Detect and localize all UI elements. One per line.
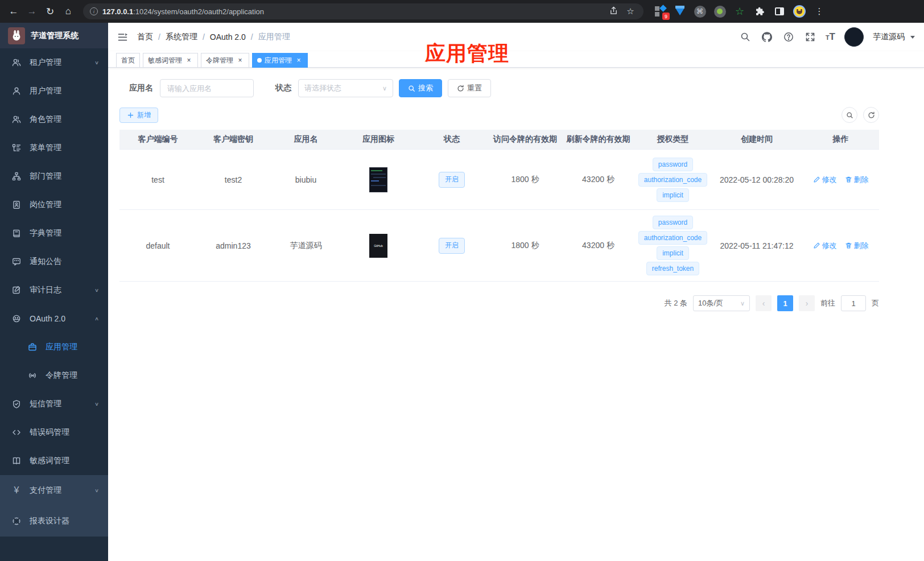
fullscreen-icon[interactable] xyxy=(804,31,816,43)
top-navbar: 首页 / 系统管理 / OAuth 2.0 / 应用管理 xyxy=(108,23,924,51)
status-select[interactable]: 请选择状态 ∨ xyxy=(298,79,393,97)
extension-grid-icon[interactable]: 9 xyxy=(654,5,666,18)
sidebar-item-application[interactable]: 应用管理 xyxy=(0,333,108,361)
status-label: 状态 xyxy=(275,83,291,93)
close-icon[interactable]: × xyxy=(236,56,244,64)
sidebar-item-menu[interactable]: 菜单管理 xyxy=(0,134,108,162)
breadcrumb-home[interactable]: 首页 xyxy=(137,32,153,42)
sidebar-item-token[interactable]: 令牌管理 xyxy=(0,361,108,390)
delete-button[interactable]: 删除 xyxy=(845,241,869,251)
sidebar-item-audit[interactable]: 审计日志 ∨ xyxy=(0,276,108,304)
active-dot-icon xyxy=(257,58,262,63)
goto-page-input[interactable] xyxy=(841,295,866,311)
sidebar-item-errorcode[interactable]: 错误码管理 xyxy=(0,418,108,447)
tab-application[interactable]: 应用管理× xyxy=(252,53,308,68)
username[interactable]: 芋道源码 xyxy=(873,32,905,42)
browser-forward-button[interactable]: → xyxy=(24,3,40,19)
shield-check-icon xyxy=(11,399,22,409)
user-avatar[interactable] xyxy=(844,27,864,47)
sidebar-item-post[interactable]: 岗位管理 xyxy=(0,191,108,219)
app-icon-thumbnail[interactable] xyxy=(369,167,387,192)
browser-reload-button[interactable]: ↻ xyxy=(42,3,58,19)
sidebar-item-sms[interactable]: 短信管理 ∨ xyxy=(0,390,108,418)
grant-tag: refresh_token xyxy=(646,262,699,275)
header-search-icon[interactable] xyxy=(739,31,752,43)
edit-button[interactable]: 修改 xyxy=(813,175,837,185)
sidebar-item-sensitive[interactable]: 敏感词管理 xyxy=(0,447,108,475)
goto-label: 前往 xyxy=(820,298,835,308)
tab-token[interactable]: 令牌管理× xyxy=(201,53,249,68)
menu-tree-icon xyxy=(11,143,22,152)
share-icon[interactable] xyxy=(607,6,620,16)
address-bar[interactable]: i 127.0.0.1:1024/system/oauth2/oauth2/ap… xyxy=(83,3,644,19)
add-button[interactable]: 新增 xyxy=(119,108,158,123)
sidebar-item-report[interactable]: 报表设计器 xyxy=(0,506,108,537)
tab-sensitive[interactable]: 敏感词管理× xyxy=(143,53,198,68)
tags-view-bar: 首页 敏感词管理× 令牌管理× 应用管理× xyxy=(108,51,924,68)
total-count: 共 2 条 xyxy=(665,298,687,308)
app-name-label: 应用名 xyxy=(129,83,153,93)
app-icon-thumbnail[interactable]: GitHub xyxy=(369,234,387,258)
user-icon xyxy=(11,86,22,96)
open-book-icon xyxy=(11,456,22,465)
breadcrumb-system[interactable]: 系统管理 xyxy=(166,32,197,42)
reset-button[interactable]: 重置 xyxy=(448,79,491,97)
chevron-down-icon: ∨ xyxy=(94,401,99,407)
sidebar-item-tenant[interactable]: 租户管理 ∨ xyxy=(0,48,108,77)
font-size-icon[interactable]: TT xyxy=(826,31,835,43)
refresh-table-icon[interactable] xyxy=(863,107,879,123)
user-menu-caret-icon[interactable] xyxy=(910,36,915,39)
sidebar-collapse-icon[interactable] xyxy=(117,32,128,43)
extension-star-icon[interactable]: ☆ xyxy=(733,5,746,18)
sidebar-logo[interactable]: 芋道管理系统 xyxy=(0,23,108,48)
sidebar-item-pay[interactable]: ¥ 支付管理 ∨ xyxy=(0,475,108,506)
help-icon[interactable] xyxy=(782,31,795,43)
extensions-puzzle-icon[interactable] xyxy=(753,5,766,18)
show-search-toggle-icon[interactable] xyxy=(842,107,857,123)
page-number-button[interactable]: 1 xyxy=(777,295,793,311)
sidebar-item-dict[interactable]: 字典管理 xyxy=(0,219,108,248)
sidebar-item-role[interactable]: 角色管理 xyxy=(0,105,108,134)
app-name-input[interactable] xyxy=(160,79,254,97)
close-icon[interactable]: × xyxy=(185,56,193,64)
breadcrumb-oauth[interactable]: OAuth 2.0 xyxy=(210,32,246,42)
bookmark-star-icon[interactable]: ☆ xyxy=(624,6,637,16)
tab-home[interactable]: 首页 xyxy=(116,53,140,68)
browser-back-button[interactable]: ← xyxy=(6,3,22,19)
grant-tag: authorization_code xyxy=(638,231,707,245)
breadcrumb: 首页 / 系统管理 / OAuth 2.0 / 应用管理 xyxy=(137,32,290,42)
status-badge[interactable]: 开启 xyxy=(439,172,465,188)
tenant-users-icon xyxy=(11,58,22,67)
grant-tag: authorization_code xyxy=(638,173,707,187)
id-badge-icon xyxy=(11,200,22,209)
browser-toolbar: ← → ↻ ⌂ i 127.0.0.1:1024/system/oauth2/o… xyxy=(0,0,924,23)
briefcase-icon xyxy=(27,343,38,352)
delete-button[interactable]: 删除 xyxy=(845,175,869,185)
sidebar-item-user[interactable]: 用户管理 xyxy=(0,77,108,105)
next-page-button[interactable]: › xyxy=(799,295,815,311)
search-button[interactable]: 搜索 xyxy=(399,79,442,97)
search-form: 应用名 状态 请选择状态 ∨ 搜索 重置 xyxy=(119,79,879,97)
browser-home-button[interactable]: ⌂ xyxy=(60,3,76,19)
sidebar-item-notice[interactable]: 通知公告 xyxy=(0,248,108,276)
extension-command-icon[interactable]: ⌘ xyxy=(694,5,706,18)
status-badge[interactable]: 开启 xyxy=(439,238,465,254)
audit-log-icon xyxy=(11,286,22,295)
url-path: :1024/system/oauth2/oauth2/application xyxy=(133,7,264,16)
extension-gem-icon[interactable] xyxy=(674,5,686,18)
page-size-select[interactable]: 10条/页 ∨ xyxy=(693,295,750,311)
browser-menu-icon[interactable]: ⋮ xyxy=(813,5,826,18)
role-users-icon xyxy=(11,115,22,124)
grant-tag: implicit xyxy=(657,246,689,260)
github-icon[interactable] xyxy=(761,31,773,43)
side-panel-icon[interactable] xyxy=(773,5,786,18)
extension-recorder-icon[interactable] xyxy=(713,5,726,18)
edit-button[interactable]: 修改 xyxy=(813,241,837,251)
sidebar-item-oauth[interactable]: OAuth 2.0 ∧ xyxy=(0,304,108,333)
sidebar-item-department[interactable]: 部门管理 xyxy=(0,162,108,191)
page-info-icon[interactable]: i xyxy=(90,7,98,15)
profile-avatar-icon[interactable] xyxy=(793,5,806,18)
prev-page-button[interactable]: ‹ xyxy=(756,295,772,311)
red-annotation-text: 应用管理 xyxy=(425,40,509,68)
close-icon[interactable]: × xyxy=(295,56,303,64)
